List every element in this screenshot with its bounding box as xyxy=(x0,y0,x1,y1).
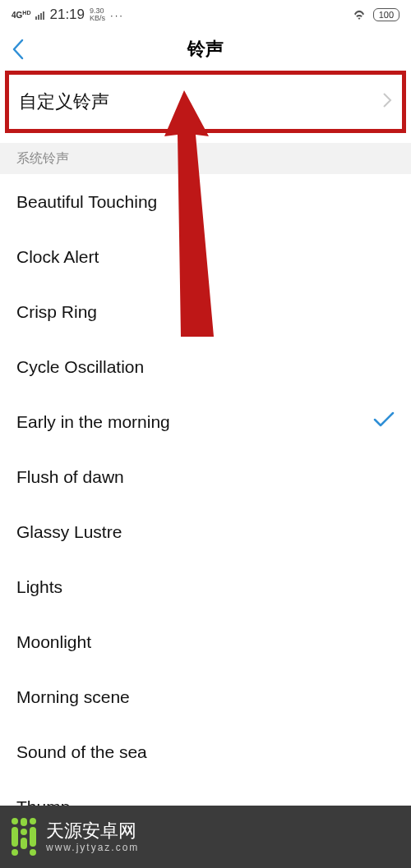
ringtone-label: Cycle Oscillation xyxy=(16,357,144,377)
clock-time: 21:19 xyxy=(49,7,85,23)
watermark-footer: 天源安卓网 www.jytyaz.com xyxy=(0,806,411,868)
ringtone-label: Morning scene xyxy=(16,687,130,707)
ringtone-list: Beautiful Touching Clock Alert Crisp Rin… xyxy=(0,174,411,834)
ringtone-row[interactable]: Lights xyxy=(16,559,395,614)
custom-ringtone-row[interactable]: 自定义铃声 xyxy=(5,71,406,133)
network-indicator: 4GHD xyxy=(12,9,30,20)
ringtone-row[interactable]: Cycle Oscillation xyxy=(16,339,395,394)
page-title: 铃声 xyxy=(187,37,224,62)
ringtone-label: Lights xyxy=(16,577,62,597)
ringtone-label: Moonlight xyxy=(16,632,91,652)
ringtone-label: Crisp Ring xyxy=(16,302,97,322)
wifi-icon xyxy=(352,9,367,21)
chevron-right-icon xyxy=(382,92,392,112)
ringtone-row[interactable]: Early in the morning xyxy=(16,394,395,449)
brand-url: www.jytyaz.com xyxy=(46,842,139,853)
ringtone-row[interactable]: Moonlight xyxy=(16,614,395,669)
ringtone-row[interactable]: Morning scene xyxy=(16,669,395,724)
ringtone-row[interactable]: Clock Alert xyxy=(16,229,395,284)
ringtone-label: Flush of dawn xyxy=(16,467,124,487)
ringtone-label: Beautiful Touching xyxy=(16,192,157,212)
system-ringtone-header: 系统铃声 xyxy=(0,143,411,174)
status-bar: 4GHD 21:19 9.30 KB/s ··· 100 xyxy=(0,0,411,30)
ringtone-label: Glassy Lustre xyxy=(16,522,122,542)
back-button[interactable] xyxy=(12,30,25,69)
ringtone-row[interactable]: Beautiful Touching xyxy=(16,174,395,229)
custom-ringtone-label: 自定义铃声 xyxy=(19,90,109,114)
page-header: 铃声 xyxy=(0,30,411,69)
back-chevron-icon xyxy=(12,39,25,60)
signal-bars-icon xyxy=(35,10,44,20)
checkmark-icon xyxy=(373,411,395,432)
ringtone-row[interactable]: Sound of the sea xyxy=(16,724,395,779)
battery-indicator: 100 xyxy=(373,8,399,21)
ringtone-label: Sound of the sea xyxy=(16,742,147,762)
brand-name: 天源安卓网 xyxy=(46,820,139,842)
brand-logo-icon xyxy=(12,818,36,856)
more-dots-icon: ··· xyxy=(110,9,124,21)
ringtone-label: Clock Alert xyxy=(16,247,99,267)
ringtone-row[interactable]: Flush of dawn xyxy=(16,449,395,504)
ringtone-row[interactable]: Crisp Ring xyxy=(16,284,395,339)
ringtone-row[interactable]: Glassy Lustre xyxy=(16,504,395,559)
net-speed: 9.30 KB/s xyxy=(90,7,105,22)
ringtone-label: Early in the morning xyxy=(16,412,170,432)
